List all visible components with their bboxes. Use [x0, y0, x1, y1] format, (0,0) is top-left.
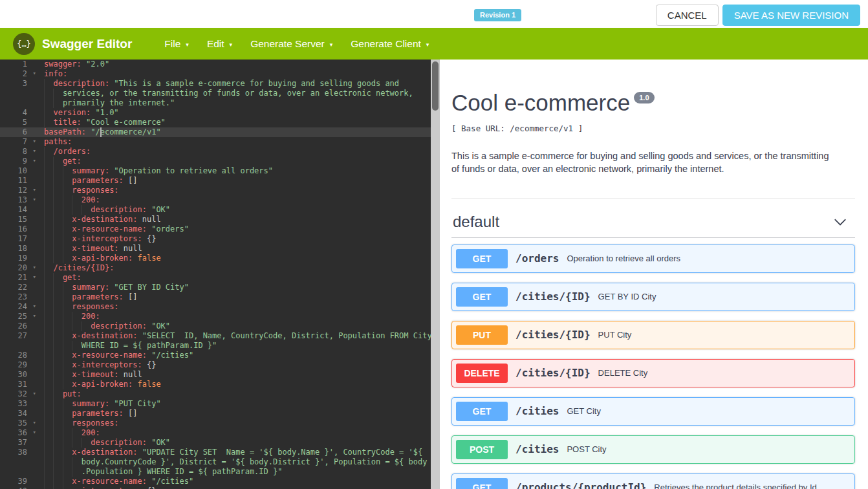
menu-item-generate-server[interactable]: Generate Server▾ — [241, 38, 342, 50]
editor-gutter-cell: 20▾ — [0, 263, 39, 273]
line-number: 24 — [0, 302, 27, 312]
token-k: 200: — [81, 312, 100, 321]
operation-row[interactable]: PUT/cities/{ID}PUT City — [451, 321, 855, 349]
menu-item-label: File — [164, 38, 180, 50]
operation-row[interactable]: GET/citiesGET City — [451, 397, 855, 426]
editor-line: body.CountryCode }', District = '${ body… — [0, 457, 431, 467]
api-version-badge: 1.0 — [634, 92, 654, 103]
token-s: "This is a sample e-commerce for buying … — [109, 79, 399, 88]
token-k: 200: — [81, 195, 100, 204]
fold-icon[interactable]: ▾ — [33, 272, 36, 282]
cancel-button[interactable]: CANCEL — [656, 5, 719, 26]
editor-gutter-cell — [0, 341, 39, 351]
line-number: 30 — [0, 370, 27, 380]
editor-line: 36▾200: — [0, 428, 431, 438]
fold-icon[interactable]: ▾ — [33, 389, 36, 398]
operation-row[interactable]: GET/products/{productId}Retrieves the pr… — [451, 473, 855, 489]
line-number: 18 — [0, 244, 27, 254]
editor-line: 5title: "Cool e-commerce" — [0, 118, 431, 127]
token-s: "/cities" — [147, 477, 193, 486]
fold-icon[interactable]: ▾ — [33, 263, 36, 272]
caret-down-icon: ▾ — [186, 41, 189, 48]
editor-gutter-cell: 32▾ — [0, 389, 39, 399]
fold-icon[interactable]: ▾ — [33, 418, 36, 428]
fold-icon[interactable]: ▾ — [33, 69, 36, 78]
code-text: WHERE ID = ${ pathParam.ID }" — [39, 341, 431, 351]
fold-icon[interactable]: ▾ — [33, 185, 36, 195]
editor-gutter-cell: 39 — [0, 477, 39, 486]
editor-line: 35▾responses: — [0, 418, 431, 428]
token-d: {} — [142, 486, 157, 489]
token-d: [] — [124, 292, 138, 301]
menu-item-edit[interactable]: Edit▾ — [198, 38, 241, 50]
fold-icon[interactable]: ▾ — [33, 195, 36, 204]
operation-summary: Operation to retrieve all orders — [567, 254, 680, 263]
yaml-code-editor[interactable]: 1swagger: "2.0"2▾info:3description: "Thi… — [0, 60, 431, 489]
line-number: 14 — [0, 205, 27, 215]
code-text: paths: — [39, 137, 431, 147]
token-s: "Operation to retrieve all orders" — [109, 166, 273, 175]
save-as-new-revision-button[interactable]: SAVE AS NEW REVISION — [722, 5, 860, 26]
fold-icon[interactable]: ▾ — [33, 428, 36, 437]
token-k: x-destination: — [72, 331, 137, 340]
token-s: "GET BY ID City" — [109, 283, 189, 292]
chevron-down-icon[interactable] — [833, 215, 847, 229]
fold-icon[interactable]: ▾ — [33, 136, 36, 146]
token-k: responses: — [72, 418, 118, 428]
line-number: 22 — [0, 283, 27, 292]
fold-icon[interactable]: ▾ — [33, 156, 36, 166]
menu-item-generate-client[interactable]: Generate Client▾ — [342, 38, 438, 50]
fold-icon[interactable]: ▾ — [33, 146, 36, 156]
editor-gutter-cell: 3 — [0, 79, 39, 89]
token-b: false — [133, 254, 160, 263]
scrollbar-thumb[interactable] — [432, 61, 439, 111]
editor-gutter-cell — [0, 89, 39, 98]
menu-item-file[interactable]: File▾ — [155, 38, 198, 50]
line-number: 4 — [0, 108, 27, 118]
token-s: .Population } WHERE ID = ${ pathParam.ID… — [81, 467, 283, 476]
editor-line: 11parameters: [] — [0, 176, 431, 186]
operation-row[interactable]: POST/citiesPOST City — [451, 435, 855, 464]
token-s: "orders" — [147, 224, 189, 234]
editor-line: 14description: "OK" — [0, 205, 431, 215]
base-url: [ Base URL: /ecommerce/v1 ] — [451, 124, 855, 133]
operation-row[interactable]: GET/cities/{ID}GET BY ID City — [451, 283, 855, 311]
line-number: 28 — [0, 351, 27, 360]
topbar-buttons: CANCEL SAVE AS NEW REVISION — [656, 5, 860, 26]
token-s: WHERE ID = ${ pathParam.ID }" — [81, 341, 217, 350]
editor-scrollbar[interactable] — [431, 60, 440, 489]
fold-icon[interactable]: ▾ — [33, 311, 36, 321]
editor-line: 27x-destination: "SELECT ID, Name, Count… — [0, 331, 431, 341]
token-s: primarily the internet." — [63, 98, 175, 107]
code-text: primarily the internet." — [39, 98, 431, 108]
line-number: 17 — [0, 234, 27, 244]
operation-path: /orders — [515, 252, 559, 265]
fold-icon[interactable]: ▾ — [33, 301, 36, 311]
operation-summary: GET BY ID City — [598, 292, 656, 301]
section-divider — [451, 198, 855, 199]
line-number: 10 — [0, 166, 27, 176]
line-number: 2 — [0, 69, 27, 79]
editor-gutter-cell: 12▾ — [0, 186, 39, 195]
code-text: description: "OK" — [39, 321, 431, 331]
token-k: summary: — [72, 399, 109, 408]
token-k: description: — [91, 321, 147, 331]
code-text: x-api-broken: false — [39, 254, 431, 263]
tag-section-header-default[interactable]: default — [451, 204, 855, 238]
editor-line: 8▾/orders: — [0, 147, 431, 157]
editor-line: 31x-api-broken: false — [0, 380, 431, 389]
api-description: This is a sample e-commerce for buying a… — [451, 149, 830, 175]
code-text: parameters: [] — [39, 292, 431, 302]
operation-row[interactable]: GET/ordersOperation to retrieve all orde… — [451, 244, 855, 273]
token-s: "OK" — [147, 438, 170, 447]
operation-row[interactable]: DELETE/cities/{ID}DELETE City — [451, 359, 855, 387]
code-text: 200: — [39, 312, 431, 321]
code-text: services, or the transmitting of funds o… — [39, 89, 431, 98]
line-number: 12 — [0, 186, 27, 195]
operation-summary: PUT City — [598, 330, 632, 340]
code-text: parameters: [] — [39, 176, 431, 186]
token-k: x-interceptors: — [72, 360, 142, 369]
editor-gutter-cell: 1 — [0, 60, 39, 69]
editor-line: 12▾responses: — [0, 186, 431, 195]
line-number: 8 — [0, 147, 27, 157]
